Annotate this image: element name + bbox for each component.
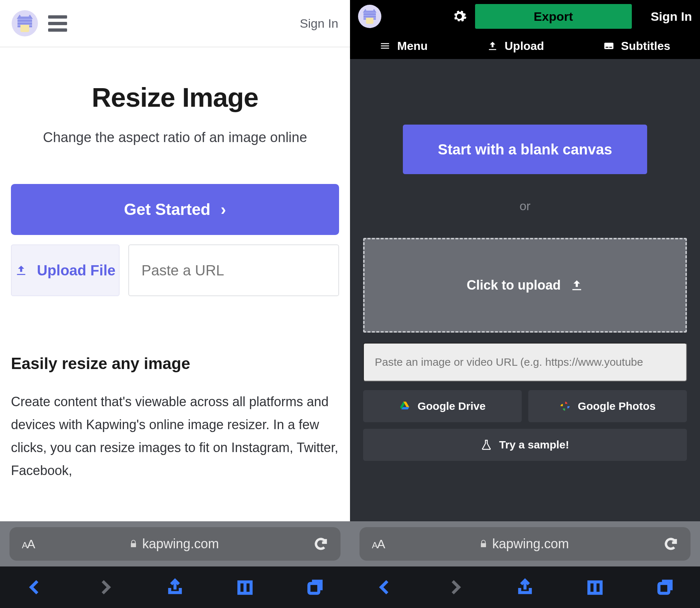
paste-url-input[interactable]	[363, 343, 687, 381]
lock-icon	[129, 540, 138, 548]
google-photos-icon	[560, 401, 571, 412]
reload-icon[interactable]	[314, 537, 328, 551]
forward-icon	[96, 578, 114, 596]
get-started-button[interactable]: Get Started ›	[11, 184, 339, 235]
hamburger-menu-icon[interactable]	[48, 15, 67, 32]
tab-upload[interactable]: Upload	[487, 39, 544, 53]
upload-file-button[interactable]: Upload File	[11, 244, 120, 296]
section-body: Create content that's viewable across al…	[11, 390, 339, 482]
or-divider: or	[520, 199, 530, 213]
google-photos-button[interactable]: Google Photos	[528, 390, 687, 422]
right-screenshot: Export Sign In Menu Upload Subtitles Sta…	[350, 0, 700, 608]
flask-icon	[481, 439, 492, 450]
right-header: Export Sign In Menu Upload Subtitles	[350, 0, 700, 59]
browser-toolbar	[0, 566, 350, 608]
export-button[interactable]: Export	[475, 4, 632, 29]
left-screenshot: Sign In Resize Image Change the aspect r…	[0, 0, 350, 608]
app-logo[interactable]	[358, 5, 381, 28]
try-sample-button[interactable]: Try a sample!	[363, 429, 687, 461]
bookmarks-icon[interactable]	[586, 578, 604, 596]
address-domain: kapwing.com	[35, 536, 314, 552]
forward-icon	[446, 578, 464, 596]
svg-rect-3	[610, 47, 612, 48]
browser-toolbar	[350, 566, 700, 608]
back-icon[interactable]	[26, 578, 44, 596]
svg-rect-1	[604, 43, 614, 49]
right-header-tabs: Menu Upload Subtitles	[350, 33, 700, 59]
upload-icon	[15, 264, 27, 276]
address-bar[interactable]: AA kapwing.com	[9, 527, 341, 561]
tabs-icon[interactable]	[656, 578, 674, 596]
right-header-row1: Export Sign In	[350, 0, 700, 33]
address-bar-row: AA kapwing.com	[0, 521, 350, 566]
app-logo[interactable]	[12, 10, 38, 36]
tab-menu[interactable]: Menu	[380, 39, 428, 53]
share-icon[interactable]	[166, 578, 184, 596]
upload-dropzone-label: Click to upload	[467, 278, 561, 293]
address-bar[interactable]: AA kapwing.com	[359, 527, 691, 561]
menu-icon	[380, 40, 390, 51]
svg-rect-4	[659, 584, 669, 593]
lock-icon	[479, 540, 488, 548]
gear-icon[interactable]	[452, 9, 467, 24]
right-browser-chrome: AA kapwing.com	[350, 521, 700, 608]
left-header: Sign In	[0, 0, 350, 47]
text-size-icon[interactable]: AA	[372, 537, 385, 551]
paste-url-input[interactable]	[128, 244, 339, 296]
sign-in-link[interactable]: Sign In	[300, 16, 338, 31]
subtitles-icon	[603, 40, 614, 51]
share-icon[interactable]	[516, 578, 534, 596]
google-drive-icon	[399, 401, 410, 412]
upload-row: Upload File	[11, 244, 339, 296]
reload-icon[interactable]	[664, 537, 678, 551]
google-drive-button[interactable]: Google Drive	[363, 390, 522, 422]
svg-rect-0	[309, 584, 319, 593]
chevron-right-icon: ›	[221, 200, 226, 219]
upload-dropzone[interactable]: Click to upload	[363, 238, 687, 333]
back-icon[interactable]	[376, 578, 394, 596]
text-size-icon[interactable]: AA	[22, 537, 35, 551]
cat-icon	[362, 9, 377, 24]
section-heading: Easily resize any image	[11, 354, 339, 373]
page-subtitle: Change the aspect ratio of an image onli…	[11, 128, 339, 148]
left-browser-chrome: AA kapwing.com	[0, 521, 350, 608]
upload-file-label: Upload File	[37, 262, 116, 279]
bookmarks-icon[interactable]	[236, 578, 254, 596]
left-header-left	[12, 10, 67, 36]
blank-canvas-button[interactable]: Start with a blank canvas	[403, 125, 647, 174]
svg-rect-2	[606, 47, 609, 48]
sign-in-link[interactable]: Sign In	[651, 9, 692, 24]
upload-icon	[570, 279, 583, 292]
tabs-icon[interactable]	[306, 578, 324, 596]
tab-subtitles[interactable]: Subtitles	[603, 39, 670, 53]
address-bar-row: AA kapwing.com	[350, 521, 700, 566]
upload-icon	[487, 40, 498, 51]
page-title: Resize Image	[11, 82, 339, 113]
get-started-label: Get Started	[124, 200, 210, 219]
cat-icon	[16, 15, 34, 32]
source-buttons-row: Google Drive Google Photos	[363, 390, 687, 422]
address-domain: kapwing.com	[385, 536, 664, 552]
